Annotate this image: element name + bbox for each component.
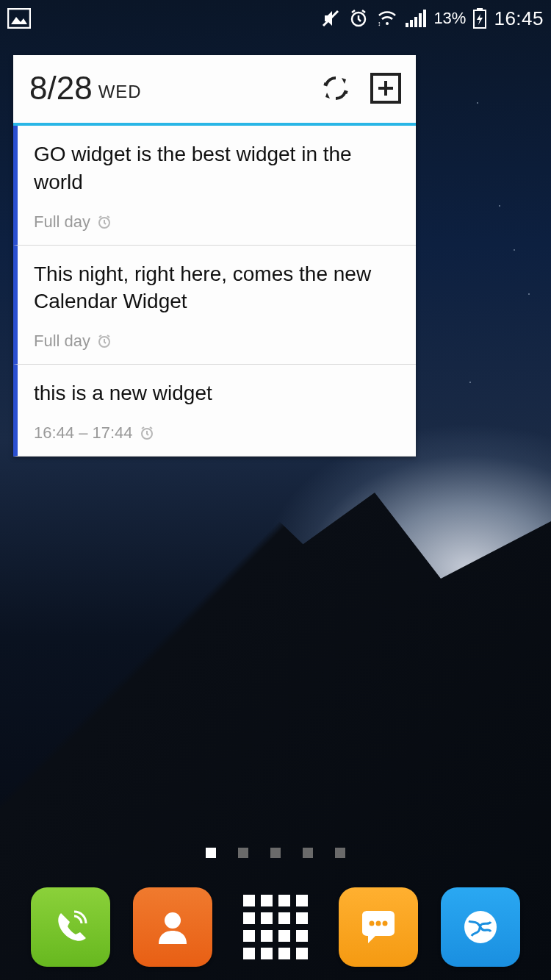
- reminder-icon: [139, 425, 155, 441]
- svg-rect-5: [406, 23, 408, 27]
- grid-icon: [243, 895, 308, 959]
- battery-charging-icon: [473, 8, 486, 29]
- phone-app[interactable]: [31, 887, 110, 967]
- svg-text:↕: ↕: [378, 20, 381, 27]
- svg-rect-9: [423, 10, 426, 27]
- svg-rect-7: [414, 17, 417, 27]
- page-indicator: [0, 848, 551, 858]
- status-bar: ↕ 13% 16:45: [0, 0, 551, 37]
- clock-time: 16:45: [494, 7, 544, 30]
- svg-point-21: [165, 912, 181, 929]
- event-item[interactable]: This night, right here, comes the new Ca…: [13, 246, 416, 365]
- event-subtitle: Full day: [34, 332, 403, 351]
- event-item[interactable]: this is a new widget 16:44 – 17:44: [13, 365, 416, 457]
- page-dot[interactable]: [270, 848, 281, 858]
- widget-header: 8/28 WED: [13, 55, 416, 126]
- signal-icon: [406, 10, 426, 27]
- svg-marker-12: [477, 14, 483, 25]
- event-subtitle: 16:44 – 17:44: [34, 423, 403, 443]
- widget-day: WED: [98, 82, 142, 102]
- svg-marker-14: [325, 93, 330, 99]
- battery-percent: 13%: [433, 9, 466, 28]
- reminder-icon: [96, 214, 112, 230]
- event-title: GO widget is the best widget in the worl…: [34, 140, 403, 196]
- svg-rect-6: [410, 20, 413, 27]
- svg-marker-1: [11, 17, 27, 24]
- svg-point-24: [382, 921, 387, 926]
- globe-icon: [458, 905, 503, 949]
- contacts-app[interactable]: [133, 887, 212, 967]
- wifi-icon: ↕: [376, 10, 398, 27]
- widget-date[interactable]: 8/28: [29, 70, 93, 107]
- event-subtitle: Full day: [34, 212, 403, 232]
- gallery-icon: [7, 8, 31, 29]
- phone-icon: [49, 906, 92, 948]
- app-drawer-button[interactable]: [236, 887, 315, 967]
- browser-app[interactable]: [441, 887, 520, 967]
- alarm-icon: [348, 8, 369, 29]
- event-item[interactable]: GO widget is the best widget in the worl…: [13, 126, 416, 246]
- person-icon: [151, 906, 194, 948]
- svg-rect-11: [477, 8, 483, 10]
- calendar-widget[interactable]: 8/28 WED GO widget is the best widget in…: [13, 55, 416, 457]
- mute-icon: [320, 8, 341, 29]
- messages-app[interactable]: [339, 887, 418, 967]
- page-dot[interactable]: [303, 848, 313, 858]
- svg-point-23: [375, 921, 381, 926]
- chat-icon: [356, 905, 400, 949]
- dock: [0, 887, 551, 967]
- event-title: this is a new widget: [34, 379, 403, 407]
- svg-point-22: [369, 921, 374, 926]
- refresh-button[interactable]: [319, 71, 353, 105]
- page-dot[interactable]: [238, 848, 248, 858]
- add-button[interactable]: [369, 71, 403, 105]
- page-dot[interactable]: [335, 848, 345, 858]
- page-dot[interactable]: [206, 848, 216, 858]
- svg-marker-13: [342, 78, 346, 84]
- event-title: This night, right here, comes the new Ca…: [34, 260, 403, 316]
- svg-rect-8: [419, 13, 422, 27]
- svg-rect-0: [8, 9, 30, 28]
- reminder-icon: [96, 333, 112, 349]
